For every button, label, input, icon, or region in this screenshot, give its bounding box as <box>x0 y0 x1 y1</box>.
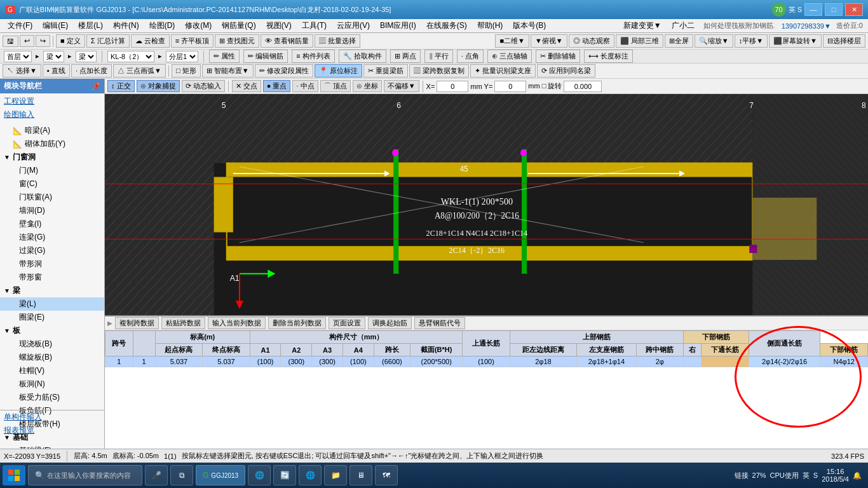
btn-midpt2[interactable]: · 中点 <box>292 80 318 92</box>
menu-phone[interactable]: 13907298339▼ <box>779 22 834 30</box>
td-start-elev[interactable]: 5.037 <box>155 356 203 367</box>
sidebar-item-strip-hole[interactable]: 带形洞 <box>0 257 104 271</box>
btn-batch-select[interactable]: ▤ 批量选择 <box>315 34 360 48</box>
menu-file[interactable]: 文件(F) <box>3 19 37 32</box>
sub-type-selector[interactable]: 梁 <box>76 51 97 62</box>
btn-pan[interactable]: ↕平移▼ <box>735 34 768 48</box>
x-input[interactable] <box>437 81 468 92</box>
sidebar-item-strip-window[interactable]: 带形窗 <box>0 271 104 284</box>
component-selector[interactable]: KL-8（2） <box>107 51 154 62</box>
layer-selector[interactable]: 分层1 <box>166 51 198 62</box>
taskbar-cortana[interactable]: 🎤 <box>145 465 168 485</box>
td-span[interactable]: 1 <box>105 356 133 367</box>
btn-page-settings[interactable]: 页面设置 <box>329 317 365 329</box>
sidebar-item-wall-hole[interactable]: 墙洞(D) <box>0 204 104 217</box>
btn-swap-start-rebar[interactable]: 调换起始筋 <box>368 317 412 329</box>
btn-paste-span-data[interactable]: 粘贴跨数据 <box>161 317 205 329</box>
btn-calc[interactable]: Σ 汇总计算 <box>86 34 130 48</box>
btn-smart-layout[interactable]: ⊞ 智能布置▼ <box>202 64 254 78</box>
sidebar-report-preview[interactable]: 报表预览 <box>0 424 105 437</box>
td-a4[interactable]: (100) <box>342 356 374 367</box>
td-bot-bar[interactable]: 2φ14(-2)/2φ16 <box>749 356 820 367</box>
sidebar-item-spiral-slab[interactable]: 螺旋板(B) <box>0 351 104 364</box>
sidebar-item-column-cap[interactable]: 柱帽(V) <box>0 364 104 377</box>
systray-lang[interactable]: 英 <box>803 471 810 480</box>
sidebar-group-doors-windows[interactable]: ▼ 门窗洞 <box>0 151 104 164</box>
td-num[interactable]: 1 <box>133 356 155 367</box>
menu-assistant[interactable]: 广小二 <box>667 19 700 32</box>
sidebar-item-door-window[interactable]: 门联窗(A) <box>0 191 104 204</box>
td-a1[interactable]: (100) <box>250 356 281 367</box>
sidebar-item-lintel[interactable]: 过梁(G) <box>0 244 104 257</box>
close-button[interactable]: ✕ <box>845 3 863 16</box>
menu-cloud[interactable]: 云应用(V) <box>332 19 375 32</box>
canvas-area[interactable]: WKL-1(1) 200*500 A8@100/200（2）2C16 2C18+… <box>105 94 868 315</box>
td-mid-bar[interactable]: 2φ <box>636 356 684 367</box>
table-row[interactable]: 1 1 5.037 5.037 (100) (300) (300) (100) … <box>105 356 868 367</box>
sidebar-group-beam[interactable]: ▼ 梁 <box>0 284 104 297</box>
btn-no-offset[interactable]: 不偏移▼ <box>384 80 419 92</box>
btn-2d[interactable]: ■二维▼ <box>495 34 529 48</box>
menu-bim[interactable]: BIM应用(I) <box>375 19 421 32</box>
btn-line[interactable]: ▪ 直线 <box>43 64 70 78</box>
start-button[interactable] <box>3 465 25 485</box>
td-section[interactable]: (200*500) <box>410 356 463 367</box>
taskbar-app-ie3[interactable]: 🌐 <box>299 465 322 485</box>
taskbar-task-view[interactable]: ⧉ <box>170 465 193 485</box>
td-left-seat[interactable]: 2φ18+1φ14 <box>577 356 636 367</box>
taskbar-app-explorer[interactable]: 📁 <box>324 465 347 485</box>
rotate-input[interactable] <box>564 81 602 92</box>
sidebar-item-slab-hole[interactable]: 板洞(N) <box>0 377 104 391</box>
btn-point-length[interactable]: · 点加长度 <box>71 64 112 78</box>
btn-component-list[interactable]: ≡ 构件列表 <box>292 50 334 63</box>
btn-rotate[interactable]: ⬛屏幕旋转▼ <box>769 34 822 48</box>
btn-input-col-data[interactable]: 输入当前列数据 <box>208 317 266 329</box>
element-type-selector[interactable]: 梁 <box>43 51 64 62</box>
sidebar-single-component[interactable]: 单构件输入 <box>0 410 105 424</box>
td-dist[interactable]: (100) <box>463 356 510 367</box>
btn-view-rebar[interactable]: 👁 查看钢筋量 <box>261 34 313 48</box>
btn-vertex[interactable]: ⌒ 顶点 <box>320 80 351 92</box>
sidebar-item-cast-slab[interactable]: 现浇板(B) <box>0 337 104 351</box>
sidebar-item-door[interactable]: 门(M) <box>0 164 104 177</box>
btn-three-point-axis[interactable]: ⊕ 三点轴轴 <box>487 50 532 63</box>
btn-define[interactable]: ■ 定义 <box>56 34 85 48</box>
btn-local-3d[interactable]: ⬛ 局部三维 <box>616 34 663 48</box>
sidebar-item-ring-beam[interactable]: 圈梁(E) <box>0 311 104 324</box>
drawing-canvas[interactable]: WKL-1(1) 200*500 A8@100/200（2）2C16 2C18+… <box>105 94 868 315</box>
menu-new-change[interactable]: 新建变更▼ <box>618 19 667 32</box>
btn-properties[interactable]: ✏ 属性 <box>209 50 240 63</box>
btn-dynamic-view[interactable]: ◎ 动态观察 <box>569 34 614 48</box>
data-table-wrapper[interactable]: 跨号 标高(m) 构件尺寸（mm） 上通长筋 上部钢筋 下部钢筋 侧面通长筋 起… <box>105 330 868 449</box>
btn-redo[interactable]: ↪ <box>36 35 50 47</box>
btn-delete-axis[interactable]: ✂ 删除辅轴 <box>536 50 580 63</box>
sidebar-item-foundation-beam[interactable]: 基础梁(F) <box>0 444 104 449</box>
td-side-cont[interactable]: N4φ12 <box>820 356 868 367</box>
menu-online[interactable]: 在线服务(S) <box>421 19 472 32</box>
btn-parallel[interactable]: ∥ 平行 <box>424 50 453 63</box>
btn-modify-beam-segment[interactable]: ✏ 修改梁段属性 <box>255 64 313 78</box>
btn-select-floor[interactable]: ⊟选择楼层 <box>823 34 865 48</box>
menu-floor[interactable]: 楼层(L) <box>73 19 108 32</box>
btn-repick-beam[interactable]: ✂ 重提梁筋 <box>363 64 408 78</box>
btn-pick-component[interactable]: 🔧 拾取构件 <box>339 50 386 63</box>
btn-find-element[interactable]: ⊞ 查找图元 <box>215 34 259 48</box>
sidebar-item-connecting-beam[interactable]: 连梁(G) <box>0 231 104 244</box>
td-span-len[interactable]: (6600) <box>374 356 410 367</box>
btn-align-top[interactable]: ≡ 齐平板顶 <box>171 34 214 48</box>
btn-undo[interactable]: ↩ <box>20 35 34 47</box>
menu-modify[interactable]: 修改(M) <box>180 19 217 32</box>
btn-original-annotation[interactable]: 📍 原位标注 <box>315 64 362 78</box>
btn-angle-point[interactable]: · 点角 <box>457 50 484 63</box>
maximize-button[interactable]: □ <box>825 3 843 16</box>
systray-input[interactable]: S <box>813 471 818 479</box>
btn-object-snap[interactable]: ⊙ 对象捕捉 <box>137 80 180 92</box>
sidebar-item-dark-beam[interactable]: 📐 暗梁(A) <box>0 124 104 137</box>
menu-version[interactable]: 版本号(B) <box>508 19 551 32</box>
btn-copy-span-data[interactable]: 複制跨数据 <box>115 317 159 329</box>
taskbar-app-ie[interactable]: 🌐 <box>248 465 271 485</box>
y-input[interactable] <box>494 81 526 92</box>
btn-coord[interactable]: ⊙ 坐标 <box>353 80 382 92</box>
td-bot-cont[interactable] <box>702 356 749 367</box>
btn-midpoint[interactable]: ● 重点 <box>263 80 291 92</box>
